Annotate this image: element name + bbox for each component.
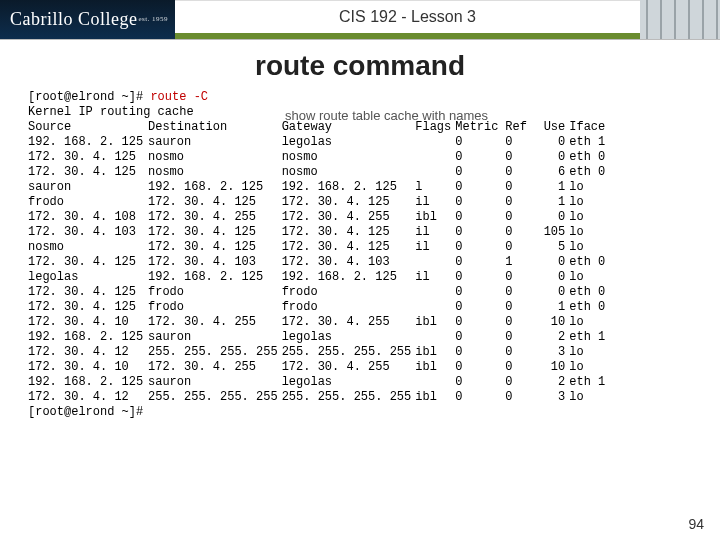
table-row: 172. 30. 4. 103172. 30. 4. 125172. 30. 4… bbox=[28, 225, 609, 240]
table-cell: legolas bbox=[282, 330, 416, 345]
logo-est-label: est. bbox=[138, 16, 150, 23]
table-cell bbox=[415, 300, 455, 315]
course-title: CIS 192 - Lesson 3 bbox=[175, 0, 640, 39]
table-cell: 0 bbox=[505, 135, 535, 150]
table-cell: 1 bbox=[535, 195, 569, 210]
table-cell: 0 bbox=[455, 255, 505, 270]
table-cell: 192. 168. 2. 125 bbox=[28, 135, 148, 150]
table-cell: lo bbox=[569, 360, 609, 375]
table-cell: 255. 255. 255. 255 bbox=[282, 390, 416, 405]
column-header: Iface bbox=[569, 120, 609, 135]
table-row: 172. 30. 4. 125frodofrodo001eth 0 bbox=[28, 300, 609, 315]
table-cell: legolas bbox=[28, 270, 148, 285]
logo-est-year: 1959 bbox=[152, 16, 168, 23]
table-cell: eth 0 bbox=[569, 285, 609, 300]
table-cell: eth 0 bbox=[569, 300, 609, 315]
table-cell: legolas bbox=[282, 375, 416, 390]
table-row: 172. 30. 4. 10172. 30. 4. 255172. 30. 4.… bbox=[28, 360, 609, 375]
table-row: 172. 30. 4. 125nosmonosmo000eth 0 bbox=[28, 150, 609, 165]
table-cell: 2 bbox=[535, 375, 569, 390]
page-title: route command bbox=[0, 50, 720, 82]
table-cell: 0 bbox=[455, 135, 505, 150]
table-cell: 255. 255. 255. 255 bbox=[148, 345, 282, 360]
page-number: 94 bbox=[688, 516, 704, 532]
table-cell: legolas bbox=[282, 135, 416, 150]
table-cell: 0 bbox=[455, 195, 505, 210]
table-cell: frodo bbox=[282, 285, 416, 300]
table-cell: nosmo bbox=[148, 165, 282, 180]
table-cell: 0 bbox=[455, 330, 505, 345]
college-logo: Cabrillo College est. 1959 bbox=[0, 0, 175, 39]
table-cell: 172. 30. 4. 125 bbox=[148, 225, 282, 240]
table-cell bbox=[415, 330, 455, 345]
table-cell: 172. 30. 4. 103 bbox=[28, 225, 148, 240]
table-cell: lo bbox=[569, 180, 609, 195]
table-cell: lo bbox=[569, 210, 609, 225]
table-cell: 0 bbox=[505, 390, 535, 405]
table-row: 172. 30. 4. 125frodofrodo000eth 0 bbox=[28, 285, 609, 300]
table-row: 172. 30. 4. 108172. 30. 4. 255172. 30. 4… bbox=[28, 210, 609, 225]
table-cell: 0 bbox=[455, 315, 505, 330]
table-row: 172. 30. 4. 12255. 255. 255. 255255. 255… bbox=[28, 345, 609, 360]
table-cell: frodo bbox=[148, 285, 282, 300]
table-cell: ibl bbox=[415, 210, 455, 225]
table-row: 172. 30. 4. 125nosmonosmo006eth 0 bbox=[28, 165, 609, 180]
table-cell: 0 bbox=[505, 375, 535, 390]
table-cell bbox=[415, 375, 455, 390]
table-cell: 172. 30. 4. 125 bbox=[282, 240, 416, 255]
table-cell: 0 bbox=[535, 135, 569, 150]
table-cell: 172. 30. 4. 12 bbox=[28, 345, 148, 360]
slide-content: [root@elrond ~]# route -C Kernel IP rout… bbox=[0, 86, 720, 420]
table-cell: 172. 30. 4. 125 bbox=[28, 285, 148, 300]
table-cell: eth 1 bbox=[569, 330, 609, 345]
table-cell: nosmo bbox=[282, 165, 416, 180]
table-cell: 0 bbox=[505, 330, 535, 345]
table-cell: 0 bbox=[505, 360, 535, 375]
table-cell: 172. 30. 4. 12 bbox=[28, 390, 148, 405]
table-cell: sauron bbox=[148, 375, 282, 390]
table-cell: 172. 30. 4. 255 bbox=[148, 315, 282, 330]
column-header: Destination bbox=[148, 120, 282, 135]
table-cell: 0 bbox=[455, 285, 505, 300]
table-cell: ibl bbox=[415, 360, 455, 375]
table-cell: 0 bbox=[505, 300, 535, 315]
table-cell: sauron bbox=[28, 180, 148, 195]
table-cell: 255. 255. 255. 255 bbox=[282, 345, 416, 360]
route-table: SourceDestinationGatewayFlagsMetricRefUs… bbox=[28, 120, 609, 405]
table-cell bbox=[415, 135, 455, 150]
table-cell: 172. 30. 4. 103 bbox=[282, 255, 416, 270]
table-row: 192. 168. 2. 125sauronlegolas000eth 1 bbox=[28, 135, 609, 150]
table-cell: ibl bbox=[415, 315, 455, 330]
header-banner: Cabrillo College est. 1959 CIS 192 - Les… bbox=[0, 0, 720, 40]
table-cell: 0 bbox=[505, 210, 535, 225]
table-cell: 192. 168. 2. 125 bbox=[28, 375, 148, 390]
table-cell: 0 bbox=[505, 195, 535, 210]
annotation-text: show route table cache with names bbox=[285, 108, 488, 123]
route-table-body: 192. 168. 2. 125sauronlegolas000eth 1172… bbox=[28, 135, 609, 405]
table-cell: lo bbox=[569, 270, 609, 285]
table-cell: nosmo bbox=[282, 150, 416, 165]
table-cell: 0 bbox=[505, 150, 535, 165]
table-cell: 172. 30. 4. 10 bbox=[28, 360, 148, 375]
table-cell: 0 bbox=[455, 165, 505, 180]
table-cell: 0 bbox=[455, 300, 505, 315]
table-cell: sauron bbox=[148, 135, 282, 150]
banner-photo bbox=[640, 0, 720, 39]
table-cell: 172. 30. 4. 255 bbox=[148, 360, 282, 375]
table-cell: 10 bbox=[535, 315, 569, 330]
table-cell: 0 bbox=[505, 240, 535, 255]
table-cell: lo bbox=[569, 345, 609, 360]
table-cell: 0 bbox=[455, 180, 505, 195]
table-cell: lo bbox=[569, 195, 609, 210]
table-cell: il bbox=[415, 195, 455, 210]
table-cell: 0 bbox=[505, 165, 535, 180]
table-cell bbox=[415, 150, 455, 165]
table-cell: 0 bbox=[505, 225, 535, 240]
table-cell: 172. 30. 4. 108 bbox=[28, 210, 148, 225]
table-cell: 192. 168. 2. 125 bbox=[148, 270, 282, 285]
table-cell: 5 bbox=[535, 240, 569, 255]
table-cell bbox=[415, 255, 455, 270]
table-cell: frodo bbox=[28, 195, 148, 210]
table-cell: 0 bbox=[535, 150, 569, 165]
table-cell: 0 bbox=[505, 345, 535, 360]
